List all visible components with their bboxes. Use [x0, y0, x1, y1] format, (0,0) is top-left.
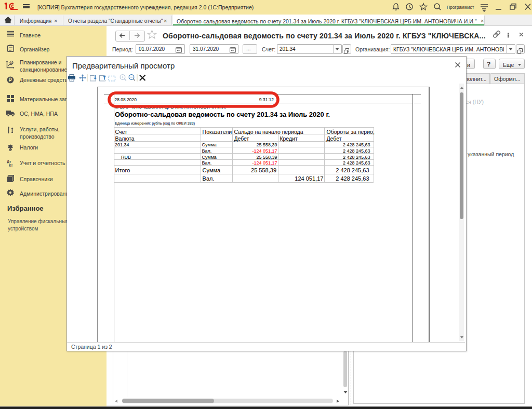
svg-text:9: 9	[10, 61, 12, 64]
svg-text:Кт: Кт	[9, 163, 13, 167]
svg-text:₽: ₽	[9, 77, 12, 83]
